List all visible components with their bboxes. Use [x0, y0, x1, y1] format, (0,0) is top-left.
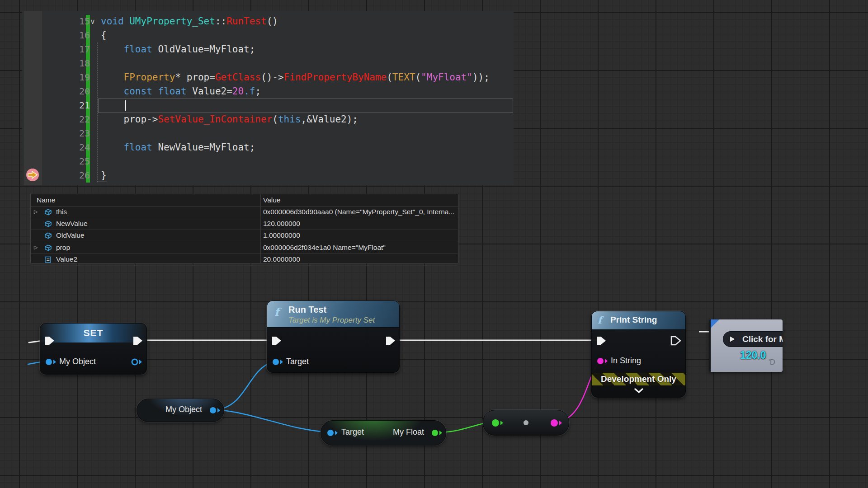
get-my-float-node[interactable]: Target My Float: [321, 420, 446, 446]
collapse-region-chevron-icon[interactable]: ∨: [90, 14, 95, 28]
code-line[interactable]: 17 float OldValue=MyFloat;: [22, 42, 514, 56]
run-test-node-subtitle: Target is My Property Set: [288, 316, 375, 325]
conversion-dot-icon: [524, 420, 528, 425]
watch-header-row: Name Value: [31, 194, 458, 206]
variable-value: 1.00000000: [263, 231, 300, 239]
line-number: 20: [42, 84, 90, 99]
development-only-banner-label: Development Only: [601, 374, 676, 384]
exec-out-pin[interactable]: [670, 335, 682, 348]
variable-value: 20.0000000: [263, 255, 300, 263]
code-line[interactable]: 27: [22, 183, 514, 185]
float-input-pin[interactable]: [491, 418, 504, 429]
object-wire-myobject-to-target: [216, 362, 273, 410]
watch-value-column-header[interactable]: Value: [263, 196, 281, 204]
variable-value: 0x000006d30d90aaa0 (Name="MyProperty_Set…: [263, 208, 454, 216]
set-node[interactable]: SET My Object: [40, 323, 147, 375]
code-line[interactable]: 25: [22, 155, 514, 169]
line-number: 24: [42, 141, 90, 155]
code-line[interactable]: 20 const float Value2=20.f;: [22, 84, 514, 99]
watch-row[interactable]: ▷prop0x000006d2f034e1a0 Name="MyFloat": [31, 242, 458, 254]
bubble-corner-fold-icon: [711, 319, 719, 328]
object-variable-icon: [44, 208, 52, 218]
debug-value-bubble[interactable]: Click for M 120.0 'D: [709, 319, 783, 372]
watch-row[interactable]: NewValue120.000000: [31, 218, 458, 230]
exec-out-pin[interactable]: [132, 335, 144, 348]
code-line[interactable]: 23: [22, 127, 514, 141]
function-icon: f: [274, 305, 279, 319]
row-expander-icon[interactable]: ▷: [34, 209, 38, 215]
watch-name-column-header[interactable]: Name: [37, 196, 55, 204]
variable-name: prop: [56, 244, 70, 252]
function-icon: f: [598, 314, 602, 326]
object-input-pin[interactable]: [44, 357, 57, 368]
current-statement-arrow-icon[interactable]: [25, 168, 40, 182]
watch-rows: ▷this0x000006d30d90aaa0 (Name="MyPropert…: [31, 206, 458, 266]
target-input-pin[interactable]: [271, 357, 284, 368]
exec-in-pin[interactable]: [271, 335, 283, 348]
exec-in-pin[interactable]: [595, 335, 607, 348]
line-number: 26: [42, 169, 90, 183]
cursor-arrow-icon: [728, 335, 737, 343]
background-text-fragment: 'D: [769, 358, 775, 366]
code-line[interactable]: 18: [22, 56, 514, 70]
exec-in-pin[interactable]: [44, 335, 56, 348]
line-number: 21: [42, 99, 90, 113]
code-text: FProperty* prop=GetClass()->FindProperty…: [101, 70, 490, 84]
string-output-pin[interactable]: [550, 418, 562, 429]
variable-value: 120.000000: [263, 220, 300, 228]
click-for-more-button[interactable]: Click for M: [723, 331, 783, 347]
code-text: }: [101, 169, 107, 183]
code-line[interactable]: 16{: [22, 28, 514, 42]
code-line[interactable]: 21: [22, 99, 514, 113]
line-number: 19: [42, 70, 90, 84]
object-variable-icon: [44, 244, 52, 253]
debugger-watch-panel[interactable]: Name Value ▷this0x000006d30d90aaa0 (Name…: [30, 194, 458, 263]
object-variable-icon: [44, 220, 52, 230]
watched-value: 120.0: [740, 349, 766, 361]
watch-row[interactable]: Value220.0000000: [31, 254, 458, 266]
code-lines: 15void UMyProperty_Set::RunTest()16{17 f…: [22, 14, 514, 185]
print-string-node-title: Print String: [610, 315, 657, 325]
string-input-pin-label: In String: [611, 356, 641, 366]
code-text: prop->SetValue_InContainer(this,&Value2)…: [101, 113, 358, 127]
line-number: 18: [42, 56, 90, 70]
my-object-getter-node[interactable]: My Object: [137, 399, 224, 422]
row-expander-icon[interactable]: ▷: [34, 244, 38, 250]
line-number: 17: [42, 42, 90, 56]
code-text: float NewValue=MyFloat;: [101, 141, 255, 155]
line-number: 27: [42, 183, 90, 185]
watch-row[interactable]: ▷this0x000006d30d90aaa0 (Name="MyPropert…: [31, 206, 458, 218]
code-line[interactable]: 26}: [22, 169, 514, 183]
field-icon: [44, 256, 52, 265]
float-to-string-conversion-node[interactable]: [483, 410, 569, 436]
code-line[interactable]: 22 prop->SetValue_InContainer(this,&Valu…: [22, 113, 514, 127]
watch-row[interactable]: OldValue1.00000000: [31, 230, 458, 242]
target-input-pin-label: Target: [286, 357, 309, 366]
object-output-pin[interactable]: [130, 357, 143, 368]
print-string-node-header: f Print String: [592, 311, 685, 330]
watch-column-divider[interactable]: [260, 194, 261, 263]
code-editor-panel[interactable]: 15void UMyProperty_Set::RunTest()16{17 f…: [22, 11, 514, 185]
variable-value: 0x000006d2f034e1a0 Name="MyFloat": [263, 244, 386, 252]
code-line[interactable]: 15void UMyProperty_Set::RunTest(): [22, 14, 514, 28]
string-input-pin[interactable]: [596, 357, 609, 367]
variable-name: this: [56, 208, 67, 216]
float-output-pin[interactable]: [430, 428, 443, 439]
line-number: 23: [42, 127, 90, 141]
run-test-node[interactable]: f Run Test Target is My Property Set Tar…: [267, 300, 400, 373]
object-output-pin[interactable]: [208, 406, 221, 417]
exec-out-pin[interactable]: [385, 335, 396, 348]
object-input-pin-label: My Object: [59, 357, 96, 366]
code-text: float OldValue=MyFloat;: [101, 42, 255, 56]
code-line[interactable]: 19 FProperty* prop=GetClass()->FindPrope…: [22, 70, 514, 84]
line-number: 15: [42, 14, 90, 28]
unreal-blueprint-graph-background: SET My Object My Object f Run Test Targe…: [0, 0, 868, 488]
code-line[interactable]: 24 float NewValue=MyFloat;: [22, 141, 514, 155]
run-test-node-title: Run Test: [288, 305, 326, 315]
target-input-pin[interactable]: [326, 428, 339, 439]
print-string-node[interactable]: f Print String In String Development Onl…: [591, 311, 686, 398]
text-caret: [125, 100, 126, 111]
object-wire-myobject-to-myfloat-target: [216, 410, 327, 432]
expand-node-chevron-icon[interactable]: [592, 387, 685, 395]
set-node-title: SET: [40, 328, 146, 338]
